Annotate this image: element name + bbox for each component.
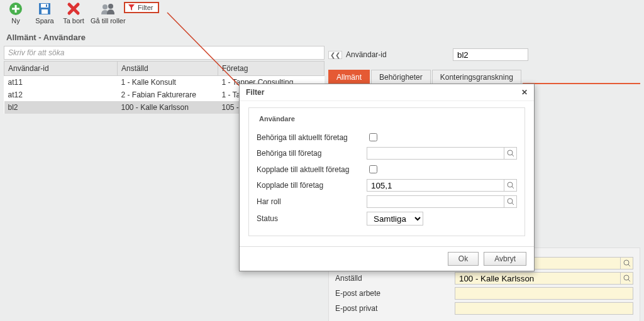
svg-line-10	[628, 264, 630, 266]
search-icon[interactable]	[621, 257, 633, 269]
svg-line-17	[512, 187, 514, 188]
filter-dialog: Filter ✕ Användare Behöriga till aktuell…	[239, 84, 535, 271]
svg-rect-4	[41, 4, 48, 8]
svg-point-16	[508, 182, 513, 187]
delete-icon	[62, 1, 86, 16]
employee-label: Anställd	[335, 274, 455, 283]
delete-label: Ta bort	[62, 17, 86, 24]
filter-button[interactable]: Filter	[124, 2, 159, 13]
save-button[interactable]: Spara	[33, 1, 57, 24]
delete-button[interactable]: Ta bort	[62, 1, 86, 24]
email-priv-field[interactable]	[455, 302, 633, 315]
table-header-row: Användar-id Anställd Företag	[4, 62, 325, 76]
employee-field[interactable]	[455, 272, 621, 285]
close-icon[interactable]: ✕	[521, 88, 528, 97]
svg-line-19	[512, 203, 514, 205]
users-icon	[91, 1, 126, 16]
plus-icon	[4, 1, 28, 16]
fieldset-title: Användare	[257, 115, 297, 122]
goto-roles-button[interactable]: Gå till roller	[91, 1, 126, 24]
section-title: Allmänt - Användare	[0, 26, 644, 46]
tab-review[interactable]: Konteringsgranskning	[432, 70, 521, 84]
collapse-icon[interactable]: ❮❮	[328, 51, 342, 59]
cancel-button[interactable]: Avbryt	[484, 252, 526, 266]
save-label: Spara	[33, 17, 57, 24]
has-role-field[interactable]	[367, 195, 504, 208]
search-input[interactable]: Skriv för att söka	[4, 46, 325, 60]
col-user-id[interactable]: Användar-id	[4, 62, 118, 76]
status-select[interactable]: Samtliga	[367, 212, 423, 226]
linked-company-label: Kopplade till företag	[257, 181, 367, 190]
search-icon[interactable]	[504, 147, 517, 160]
svg-rect-5	[42, 9, 48, 14]
search-icon[interactable]	[621, 272, 633, 285]
svg-line-12	[628, 280, 630, 281]
dialog-title: Filter	[246, 88, 264, 97]
col-company[interactable]: Företag	[218, 62, 325, 76]
search-icon[interactable]	[504, 179, 517, 192]
status-label: Status	[257, 214, 367, 223]
new-label: Ny	[4, 17, 28, 24]
linked-current-label: Kopplade till aktuellt företag	[257, 165, 367, 174]
search-icon[interactable]	[504, 195, 517, 208]
ok-button[interactable]: Ok	[448, 252, 479, 266]
email-work-field[interactable]	[455, 287, 633, 300]
new-button[interactable]: Ny	[4, 1, 28, 24]
tab-underline	[523, 83, 640, 84]
tabs: Allmänt Behörigheter Konteringsgransknin…	[328, 70, 523, 84]
auth-company-label: Behöriga till företag	[257, 149, 367, 158]
toolbar: Ny Spara Ta bort Gå till roller	[0, 0, 644, 26]
auth-company-field[interactable]	[367, 147, 504, 160]
has-role-label: Har roll	[257, 197, 367, 206]
userid-label: Användar-id	[346, 50, 453, 59]
svg-point-8	[108, 4, 113, 9]
filter-label: Filter	[138, 4, 153, 11]
userid-field[interactable]	[453, 48, 528, 61]
tab-permissions[interactable]: Behörigheter	[371, 70, 431, 84]
filter-icon	[128, 4, 135, 11]
roles-label: Gå till roller	[91, 17, 126, 24]
svg-point-11	[624, 275, 629, 280]
svg-line-15	[512, 155, 514, 156]
svg-point-7	[103, 4, 108, 9]
col-employee[interactable]: Anställd	[118, 62, 218, 76]
save-icon	[33, 1, 57, 16]
svg-point-14	[508, 150, 513, 155]
email-priv-label: E-post privat	[335, 304, 455, 313]
svg-point-18	[508, 199, 513, 204]
email-work-label: E-post arbete	[335, 289, 455, 298]
svg-point-9	[624, 260, 629, 265]
svg-rect-6	[46, 4, 47, 7]
linked-company-field[interactable]	[367, 179, 504, 192]
linked-current-checkbox[interactable]	[369, 165, 377, 173]
auth-current-label: Behöriga till aktuellt företag	[257, 133, 367, 142]
auth-current-checkbox[interactable]	[369, 133, 377, 141]
svg-rect-2	[12, 8, 19, 10]
tab-general[interactable]: Allmänt	[328, 70, 370, 84]
